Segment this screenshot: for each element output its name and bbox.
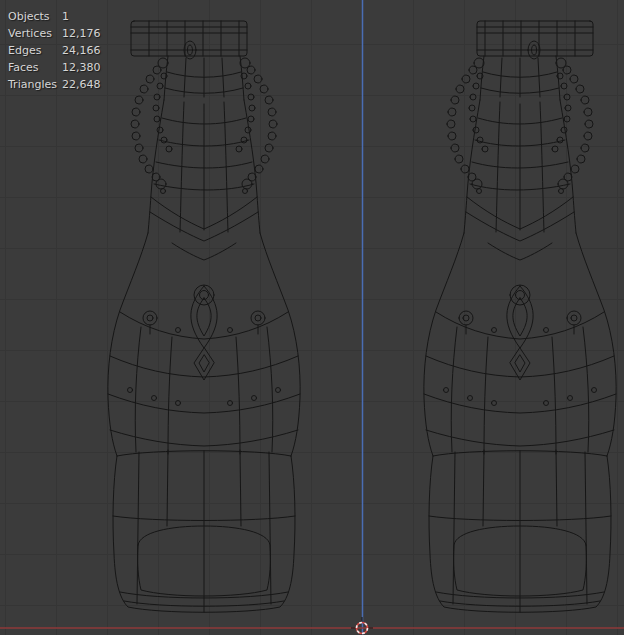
stat-row-triangles: Triangles 22,648 [8, 76, 101, 93]
stat-row-edges: Edges 24,166 [8, 42, 101, 59]
stat-row-objects: Objects 1 [8, 8, 101, 25]
stat-label-objects: Objects [8, 8, 62, 25]
stat-label-triangles: Triangles [8, 76, 62, 93]
stat-value-triangles: 22,648 [62, 76, 101, 93]
stat-row-faces: Faces 12,380 [8, 59, 101, 76]
blender-3d-viewport[interactable]: Objects 1 Vertices 12,176 Edges 24,166 F… [0, 0, 624, 635]
wireframe-boot-right[interactable] [424, 21, 616, 612]
stat-label-edges: Edges [8, 42, 62, 59]
wireframe-boot-left[interactable] [108, 21, 300, 612]
statistics-overlay: Objects 1 Vertices 12,176 Edges 24,166 F… [8, 8, 101, 93]
stat-value-objects: 1 [62, 8, 69, 25]
stat-value-edges: 24,166 [62, 42, 101, 59]
stat-value-faces: 12,380 [62, 59, 101, 76]
stat-value-vertices: 12,176 [62, 25, 101, 42]
stat-label-vertices: Vertices [8, 25, 62, 42]
stat-row-vertices: Vertices 12,176 [8, 25, 101, 42]
stat-label-faces: Faces [8, 59, 62, 76]
